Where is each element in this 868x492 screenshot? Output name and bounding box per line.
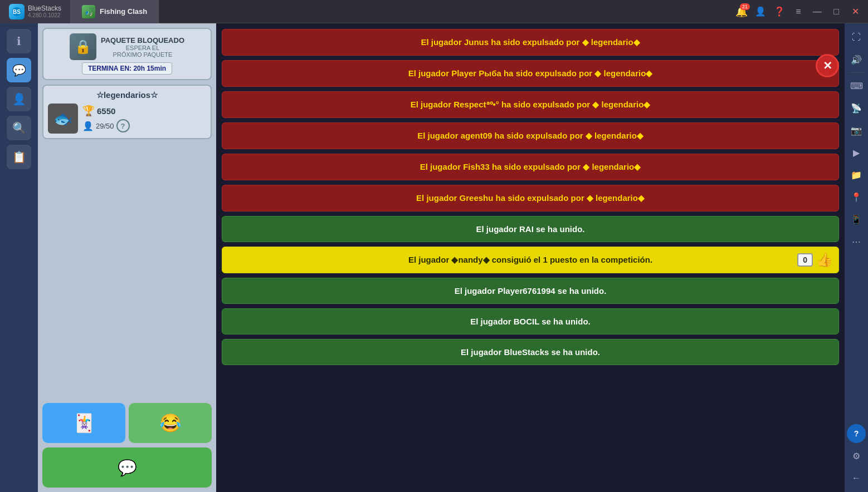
bluestacks-tab[interactable]: BS BlueStacks 4.280.0.1022 [0, 0, 71, 23]
locked-title: PAQUETE BLOQUEADO [101, 36, 184, 45]
tab-bar: BS BlueStacks 4.280.0.1022 🎣 Fishing Cla… [0, 0, 159, 23]
sidebar-info-icon[interactable]: ℹ [7, 29, 31, 53]
game-tab-icon: 🎣 [82, 5, 95, 18]
member-icon: 👤 [82, 121, 94, 131]
game-tab[interactable]: 🎣 Fishing Clash [71, 0, 159, 23]
cards-button[interactable]: 🃏 [42, 403, 125, 443]
club-info-card: ☆legendarios☆ 🐟 🏆 6550 👤 29/50 ? [42, 85, 212, 139]
minimize-button[interactable]: — [809, 3, 826, 20]
game-panel: 🔒 PAQUETE BLOQUEADO ESPERA ELPRÓXIMO PAQ… [38, 23, 216, 492]
club-stats: 🏆 6550 👤 29/50 ? [82, 105, 206, 132]
rs-phone-icon[interactable]: 📱 [847, 210, 866, 229]
bluestacks-logo: BS [9, 4, 25, 19]
right-sidebar: ⛶ 🔊 ⌨ 📡 📷 ▶ 📁 📍 📱 ⋯ ? ⚙ ← [845, 23, 868, 492]
notification-text: El jugador Player Рыба ha sido expulsado… [408, 68, 653, 78]
notification-text: El jugador agent09 ha sido expulsado por… [417, 131, 643, 141]
game-tab-title: Fishing Clash [100, 7, 147, 16]
notification-row: El jugador Respectᵃᵒ•° ha sido expulsado… [222, 91, 839, 118]
club-members-value: 29/50 [96, 122, 114, 130]
emoji-icon: 😂 [159, 412, 182, 434]
notification-text: El jugador Player6761994 se ha unido. [455, 286, 607, 296]
club-score-value: 6550 [97, 106, 115, 116]
rs-location-icon[interactable]: 📍 [847, 188, 866, 206]
notification-count: 21 [740, 3, 750, 10]
rs-question-icon[interactable]: ? [847, 424, 866, 443]
like-button[interactable]: 👍 [816, 252, 833, 268]
rs-volume-icon[interactable]: 🔊 [847, 50, 866, 69]
sidebar-user-icon[interactable]: 👤 [7, 87, 31, 111]
rs-keyboard-icon[interactable]: ⌨ [847, 76, 866, 95]
account-button[interactable]: 👤 [752, 3, 769, 20]
notification-text: El jugador Respectᵃᵒ•° ha sido expulsado… [411, 100, 651, 110]
notification-row: El jugador Fish33 ha sido expulsado por … [222, 154, 839, 180]
notification-row: El jugador Player Рыба ha sido expulsado… [222, 60, 839, 87]
locked-package-text: PAQUETE BLOQUEADO ESPERA ELPRÓXIMO PAQUE… [101, 36, 184, 58]
rs-screenshot-icon[interactable]: 📷 [847, 121, 866, 140]
lock-icon: 🔒 [70, 33, 96, 60]
notification-text: El jugador Fish33 ha sido expulsado por … [420, 162, 641, 172]
club-members-row: 👤 29/50 ? [82, 119, 206, 132]
rs-more-icon[interactable]: ⋯ [847, 232, 866, 251]
like-section: 0 👍 [797, 252, 833, 268]
chat-button-icon: 💬 [118, 459, 137, 477]
locked-package-card: 🔒 PAQUETE BLOQUEADO ESPERA ELPRÓXIMO PAQ… [42, 28, 212, 80]
bluestacks-version: 4.280.0.1022 [28, 12, 61, 18]
notification-text: El jugador Greeshu ha sido expulsado por… [416, 193, 645, 203]
svg-text:BS: BS [13, 9, 21, 15]
left-sidebar: ℹ 💬 👤 🔍 📋 [0, 23, 38, 492]
club-body: 🐟 🏆 6550 👤 29/50 ? [48, 104, 206, 134]
close-panel-button[interactable]: ✕ [816, 54, 839, 77]
rs-folder-icon[interactable]: 📁 [847, 165, 866, 184]
notification-row: El jugador BOCIL se ha unido. [222, 308, 839, 334]
locked-package-header: 🔒 PAQUETE BLOQUEADO ESPERA ELPRÓXIMO PAQ… [70, 33, 184, 60]
notification-text: El jugador BOCIL se ha unido. [470, 317, 591, 326]
bluestacks-name: BlueStacks [28, 4, 61, 12]
rs-expand-icon[interactable]: ⛶ [847, 28, 866, 47]
trophy-icon: 🏆 [82, 105, 95, 117]
notification-text: El jugador RAI se ha unido. [476, 224, 584, 234]
top-bar: BS BlueStacks 4.280.0.1022 🎣 Fishing Cla… [0, 0, 868, 23]
club-name: ☆legendarios☆ [48, 90, 206, 100]
notification-row-competition: El jugador ◆nandy◆ consiguió el 1 puesto… [222, 247, 839, 273]
club-avatar: 🐟 [48, 104, 78, 134]
window-controls: 🔔 21 👤 ❓ ≡ — □ ✕ [733, 3, 868, 20]
club-score-row: 🏆 6550 [82, 105, 206, 117]
rs-divider [849, 72, 864, 73]
package-timer: TERMINA EN: 20h 15min [82, 62, 172, 75]
cards-icon: 🃏 [73, 412, 95, 434]
notification-text: El jugador ◆nandy◆ consiguió el 1 puesto… [408, 255, 652, 265]
bluestacks-tab-info: BlueStacks 4.280.0.1022 [28, 4, 61, 18]
sidebar-list-icon[interactable]: 📋 [7, 145, 31, 169]
sidebar-search-icon[interactable]: 🔍 [7, 116, 31, 140]
notification-text: El jugador BlueStacks se ha unido. [461, 347, 600, 357]
notification-row: El jugador BlueStacks se ha unido. [222, 339, 839, 365]
main-content: ℹ 💬 👤 🔍 📋 🔒 PAQUETE BLOQUEADO ESPERA ELP… [0, 23, 868, 492]
menu-button[interactable]: ≡ [790, 3, 807, 20]
chat-button[interactable]: 💬 [42, 447, 212, 488]
bottom-icon-buttons: 🃏 😂 [42, 403, 212, 443]
rs-settings-icon[interactable]: ⚙ [847, 446, 866, 465]
notification-row: El jugador Greeshu ha sido expulsado por… [222, 185, 839, 211]
notification-row: El jugador Player6761994 se ha unido. [222, 278, 839, 304]
notification-row: El jugador Junus ha sido expulsado por ◆… [222, 29, 839, 56]
notification-text: El jugador Junus ha sido expulsado por ◆… [421, 37, 640, 47]
maximize-button[interactable]: □ [828, 3, 845, 20]
members-help-button[interactable]: ? [116, 119, 130, 132]
rs-play-icon[interactable]: ▶ [847, 143, 866, 162]
rs-cast-icon[interactable]: 📡 [847, 99, 866, 117]
emoji-button[interactable]: 😂 [129, 403, 212, 443]
window-close-button[interactable]: ✕ [847, 3, 864, 20]
like-count: 0 [797, 253, 813, 267]
locked-subtitle: ESPERA ELPRÓXIMO PAQUETE [101, 45, 184, 58]
sidebar-chat-icon[interactable]: 💬 [7, 58, 31, 82]
notification-row: El jugador RAI se ha unido. [222, 216, 839, 242]
notification-button[interactable]: 🔔 21 [733, 3, 750, 20]
game-main-area: ✕ El jugador Junus ha sido expulsado por… [216, 23, 845, 492]
help-button[interactable]: ❓ [771, 3, 788, 20]
rs-back-icon[interactable]: ← [847, 469, 866, 488]
notification-row: El jugador agent09 ha sido expulsado por… [222, 122, 839, 149]
